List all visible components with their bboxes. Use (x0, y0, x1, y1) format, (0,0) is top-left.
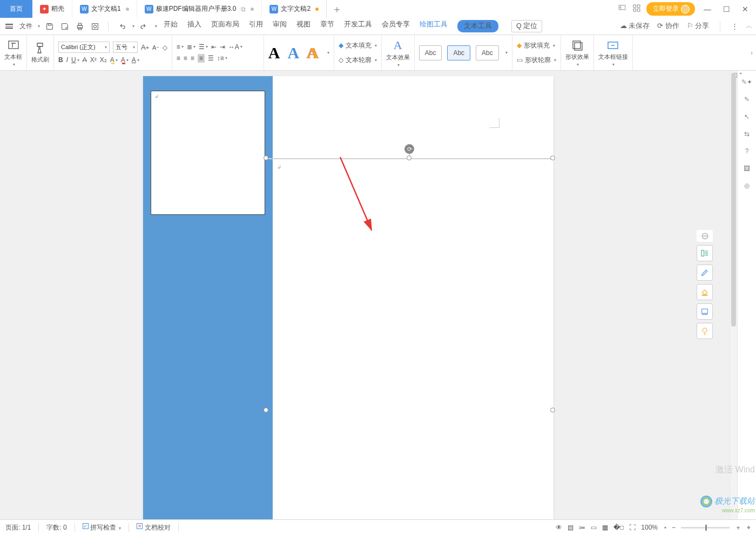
save-as-icon[interactable] (59, 21, 70, 32)
tab-text-tools-active[interactable]: 文本工具 (457, 20, 498, 32)
print-preview-icon[interactable] (90, 21, 100, 32)
tab-section[interactable]: 章节 (320, 20, 334, 32)
zoom-value[interactable]: 100% (641, 524, 658, 531)
char-spacing-icon[interactable]: ↔A▾ (228, 43, 242, 51)
tab-layout[interactable]: 页面布局 (211, 20, 239, 32)
edit-pen-icon[interactable] (697, 265, 713, 281)
tab-doc2-active[interactable]: W文字文稿2 (261, 0, 327, 18)
align-right-icon[interactable]: ≡ (191, 55, 194, 62)
more-icon[interactable]: ⋮ (731, 22, 738, 30)
bold-icon[interactable]: B (58, 56, 63, 64)
minimize-button[interactable]: — (700, 3, 714, 16)
align-justify-icon[interactable]: ≡ (198, 54, 205, 63)
resize-handle-sw[interactable] (264, 408, 268, 412)
document-page[interactable]: ↲ ↲ ⟳ (143, 76, 554, 519)
vertical-scrollbar[interactable] (730, 71, 737, 519)
login-button[interactable]: 立即登录 (646, 2, 695, 16)
shrink-font-icon[interactable]: A− (152, 44, 159, 51)
scroll-thumb[interactable] (731, 73, 736, 327)
undo-icon[interactable] (116, 21, 127, 32)
eye-icon[interactable]: 👁 (556, 524, 562, 531)
fit-icon[interactable]: ⛶ (629, 524, 636, 531)
underline-icon[interactable]: U▾ (71, 56, 79, 64)
find-box[interactable]: Q 定位 (511, 20, 542, 32)
coop-button[interactable]: ⟳ 协作 (657, 22, 679, 31)
layout-options-icon[interactable] (697, 245, 713, 261)
grow-font-icon[interactable]: A+ (141, 43, 149, 51)
tab-doc1[interactable]: W文字文稿1 (72, 0, 137, 18)
view-page-icon[interactable]: ▤ (568, 524, 573, 531)
redo-icon[interactable] (139, 21, 150, 32)
close-button[interactable]: ✕ (739, 3, 752, 16)
fill-bucket-icon[interactable] (697, 284, 713, 300)
zoom-out-button[interactable]: − (672, 524, 676, 531)
multilevel-icon[interactable]: ☰▾ (199, 43, 208, 51)
align-left-icon[interactable]: ≡ (177, 55, 180, 62)
idea-bulb-icon[interactable] (697, 323, 713, 339)
shape-style-1[interactable]: Abc (419, 45, 442, 60)
rail-collapse-icon[interactable]: ◂ (739, 71, 741, 76)
page-indicator[interactable]: 页面: 1/1 (5, 523, 31, 532)
bullets-icon[interactable]: ≡▾ (177, 43, 184, 51)
view-read-icon[interactable]: ▭ (591, 524, 597, 531)
tab-review[interactable]: 审阅 (273, 20, 287, 32)
distribute-icon[interactable]: ☰ (208, 55, 214, 62)
shape-style-3[interactable]: Abc (476, 45, 499, 60)
shape-effect-button[interactable]: 形状效果▾ (565, 39, 589, 67)
indent-right-icon[interactable]: ⇥ (220, 43, 225, 51)
shape-outline-button[interactable]: ▭形状轮廓▾ (517, 56, 556, 65)
textstyle-a2[interactable]: A (287, 44, 299, 62)
rail-quick-icon[interactable]: ✎✦ (741, 78, 752, 86)
focus-icon[interactable]: �□ (613, 524, 624, 531)
zoom-out-mini[interactable]: ⊖ (697, 230, 713, 242)
indent-left-icon[interactable]: ⇤ (211, 43, 217, 51)
strike-icon[interactable]: A (83, 56, 87, 64)
tab-reference[interactable]: 引用 (249, 20, 263, 32)
text-fill-button[interactable]: ◆文本填充▾ (339, 41, 377, 50)
resize-handle-ne[interactable] (550, 155, 555, 160)
shape-style-more[interactable]: ▾ (505, 50, 508, 55)
selected-textbox[interactable]: ⟳ (266, 158, 552, 410)
tab-start[interactable]: 开始 (164, 20, 178, 32)
clear-format-icon[interactable]: ◇ (163, 44, 167, 51)
collapse-ribbon-icon[interactable]: ︿ (746, 22, 753, 31)
reader-mode-icon[interactable] (617, 4, 627, 13)
tab-daoke[interactable]: ✦稻壳 (32, 0, 72, 18)
textstyle-a1[interactable]: A (268, 44, 280, 62)
font-color-icon[interactable]: A▾ (121, 56, 129, 64)
highlight-icon[interactable]: A▾ (110, 56, 118, 64)
text-outline-button[interactable]: ◇文本轮廓▾ (339, 56, 377, 65)
share-button[interactable]: ⚐ 分享 (687, 22, 709, 31)
tab-devtools[interactable]: 开发工具 (344, 20, 372, 32)
zoom-in-button[interactable]: ＋ (735, 523, 741, 532)
maximize-button[interactable]: ☐ (720, 3, 733, 16)
resize-handle-se[interactable] (550, 408, 555, 412)
zoom-slider[interactable] (681, 527, 730, 529)
textbox-button[interactable]: 文本框▾ (4, 39, 22, 67)
shape-fill-button[interactable]: ◆形状填充▾ (517, 41, 555, 50)
hamburger-icon[interactable] (3, 22, 15, 31)
rail-image-icon[interactable]: 🖼 (744, 165, 750, 172)
spellcheck-toggle[interactable]: 拼写检查 ▾ (83, 523, 122, 532)
file-menu[interactable]: 文件 (19, 22, 32, 31)
char-shading-icon[interactable]: A▾ (132, 56, 139, 64)
subscript-icon[interactable]: X₂ (100, 56, 107, 64)
view-web-icon[interactable]: ▦ (602, 524, 608, 531)
tab-home[interactable]: 首页 (0, 0, 32, 18)
rail-pen-icon[interactable]: ✎ (744, 96, 750, 103)
word-count[interactable]: 字数: 0 (46, 523, 66, 532)
resize-handle-n[interactable] (407, 155, 411, 160)
unsaved-indicator[interactable]: ☁ 未保存 (620, 22, 650, 31)
tab-insert[interactable]: 插入 (187, 20, 201, 32)
italic-icon[interactable]: I (66, 56, 68, 64)
blue-sidebar-shape[interactable]: ↲ (143, 76, 273, 519)
text-effect-button[interactable]: A文本效果▾ (386, 38, 410, 67)
tab-view[interactable]: 视图 (296, 20, 310, 32)
new-tab-button[interactable]: ＋ (327, 3, 347, 16)
line-spacing-icon[interactable]: ↕≡▾ (217, 55, 227, 62)
proofread-toggle[interactable]: 文档校对 (137, 523, 170, 532)
numbering-icon[interactable]: ≣▾ (187, 43, 195, 51)
view-outline-icon[interactable]: ≔ (579, 524, 585, 531)
ribbon-scroll-right[interactable]: › (633, 35, 756, 70)
shape-style-2-selected[interactable]: Abc (447, 45, 470, 60)
